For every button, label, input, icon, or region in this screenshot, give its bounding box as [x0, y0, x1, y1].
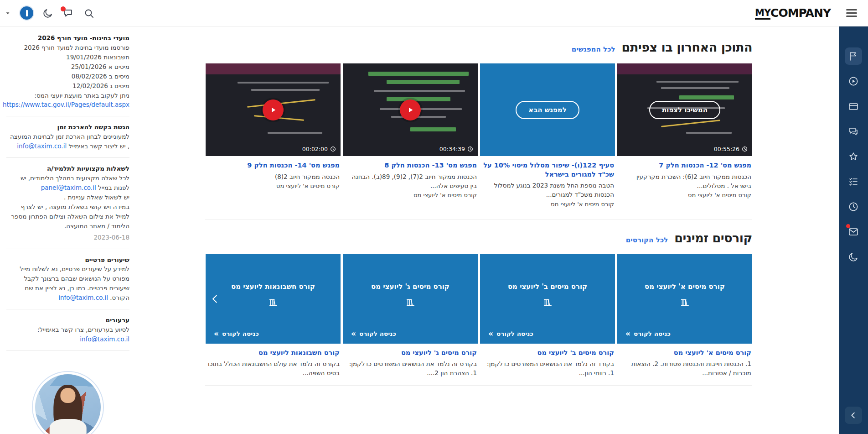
chevron-left-icon	[848, 410, 858, 420]
tasks-nav-button[interactable]	[845, 173, 862, 190]
comments-icon	[848, 126, 859, 137]
course-card[interactable]: קורס מיסים ג' ליועצי מס « כניסה לקורס	[343, 254, 478, 344]
course-card-title: קורס מיסים ב' ליועצי מס	[508, 282, 587, 291]
session-title-link[interactable]: סעיף 122(ו)- שיפור מסלול מיסוי 10% על שכ…	[481, 161, 614, 179]
play-button[interactable]	[400, 99, 421, 120]
menu-button[interactable]	[844, 7, 859, 19]
discussions-nav-button[interactable]	[845, 123, 862, 140]
next-session-button[interactable]: למפגש הבא	[516, 101, 579, 119]
clock-icon	[330, 146, 336, 152]
mail-icon	[848, 226, 859, 237]
main-content: התוכן האחרון בו צפיתם לכל המפגשים	[138, 26, 839, 434]
sidebar-collapse-button[interactable]	[845, 407, 862, 424]
chevrons-left-icon: «	[488, 330, 493, 338]
announcement-title: שיעורים פרטיים	[6, 255, 129, 265]
all-sessions-link[interactable]: לכל המפגשים	[572, 45, 615, 53]
session-course-name: קורס מיסים א' ליועצי מס	[618, 192, 751, 199]
announcement-exam-dates: מועדי בחינות- מועד חורף 2026 פורסמו מועד…	[6, 27, 129, 116]
email-link[interactable]: info@taxim.co.il	[17, 142, 67, 150]
course-title-link[interactable]: קורס מיסים א' ליועצי מס	[618, 349, 751, 358]
chat-button[interactable]	[62, 8, 74, 19]
avatar	[20, 6, 33, 20]
moon-icon	[848, 251, 859, 262]
recordings-nav-button[interactable]	[845, 73, 862, 90]
course-description: בקורס זה נלמד את עולם החשבונאות הכולל בת…	[207, 359, 340, 378]
clock-icon	[848, 201, 859, 212]
enter-course-link[interactable]: « כניסה לקורס	[351, 330, 396, 338]
email-link[interactable]: panel@taxim.co.il	[41, 184, 96, 191]
continue-watching-button[interactable]: המשיכו לצפות	[649, 101, 720, 119]
inbox-nav-button[interactable]	[845, 223, 862, 241]
session-title-link[interactable]: מפגש מס' 12- הכנסות חלק 7	[618, 161, 751, 170]
play-circle-icon	[848, 76, 859, 87]
course-card-column: קורס מיסים א' ליועצי מס « כניסה לקורס קו…	[617, 254, 752, 378]
favorites-nav-button[interactable]	[845, 148, 862, 165]
chevrons-left-icon: «	[214, 330, 219, 338]
dark-mode-button[interactable]	[42, 8, 53, 19]
flag-nav-button[interactable]	[845, 47, 862, 65]
section-title-courses: קורסים זמינים	[674, 231, 752, 245]
course-description: 1. הכנסות חייבות והכנסות פטורות. 2. הוצא…	[618, 359, 751, 378]
course-card[interactable]: קורס מיסים א' ליועצי מס « כניסה לקורס	[617, 254, 752, 344]
search-button[interactable]	[83, 8, 94, 19]
notification-dot	[846, 224, 850, 228]
history-nav-button[interactable]	[845, 198, 862, 215]
profile-avatar-button[interactable]	[20, 6, 33, 20]
library-icon	[680, 297, 690, 307]
course-title-link[interactable]: קורס מיסים ב' ליועצי מס	[481, 349, 614, 358]
video-thumbnail[interactable]: המשיכו לצפות 00:55:26	[617, 63, 752, 156]
session-description: הכנסה ממקור חיוב 2(8)	[207, 172, 340, 181]
library-icon	[542, 297, 553, 307]
payments-nav-button[interactable]	[845, 98, 862, 115]
session-description: הכנסות ממקור חיוב 2(6): השכרת מקרקעין בי…	[618, 172, 751, 191]
video-thumbnail[interactable]: 00:02:00	[206, 63, 341, 156]
task-list-icon	[848, 176, 859, 187]
email-link[interactable]: info@taxim.co.il	[80, 335, 129, 343]
carousel-prev-button[interactable]	[209, 293, 221, 305]
next-session-card: למפגש הבא סעיף 122(ו)- שיפור מסלול מיסוי…	[480, 63, 615, 208]
chevrons-left-icon: «	[351, 330, 356, 338]
course-card-title: קורס מיסים א' ליועצי מס	[645, 282, 725, 291]
course-card[interactable]: קורס חשבונאות ליועצי מס « כניסה לקורס	[206, 254, 341, 344]
course-description: בקורד זה נלמד את הנושאים המפורטים כדלקמן…	[481, 359, 614, 378]
video-duration: 00:55:26	[714, 146, 748, 152]
session-description: הכנסות ממקור חיוב 2(7), 2(9), 89(ב). הבח…	[344, 172, 477, 191]
avatar-ring	[32, 371, 104, 434]
next-session-tile[interactable]: למפגש הבא	[480, 63, 615, 156]
session-card: המשיכו לצפות 00:55:26 מפגש מס' 12- הכנסו…	[617, 63, 752, 199]
all-courses-link[interactable]: לכל הקורסים	[626, 236, 668, 244]
course-title-link[interactable]: קורס חשבונאות ליועצי מס	[207, 349, 340, 358]
dark-mode-nav-button[interactable]	[845, 248, 862, 266]
topbar-right-group: MYCOMPANY	[755, 6, 859, 20]
session-course-name: קורס מיסים א' ליועצי מס	[481, 201, 614, 208]
latest-watched-section: התוכן האחרון בו צפיתם לכל המפגשים	[205, 40, 752, 208]
announcement-time-extension: הגשת בקשה להארכת זמן למעוניינים לבחון הא…	[6, 116, 129, 158]
tac-website-link[interactable]: https://www.tac.gov.il/Pages/default.asp…	[6, 100, 129, 110]
enter-course-link[interactable]: « כניסה לקורס	[625, 330, 671, 338]
enter-course-link[interactable]: « כניסה לקורס	[214, 330, 259, 338]
announcement-title: לשאלות מקצועיות לתלמיד/ה	[6, 164, 129, 173]
section-divider	[205, 385, 752, 386]
play-icon	[406, 106, 414, 114]
announcement-title: הגשת בקשה להארכת זמן	[6, 122, 129, 132]
enter-course-link[interactable]: « כניסה לקורס	[488, 330, 533, 338]
avatar-art	[60, 388, 75, 403]
session-title-link[interactable]: מפגש מס' 14- הכנסות חלק 9	[207, 161, 340, 170]
course-card-column: קורס מיסים ג' ליועצי מס « כניסה לקורס קו…	[343, 254, 478, 378]
topbar-left-group	[9, 6, 94, 20]
company-logo[interactable]: MYCOMPANY	[755, 6, 831, 20]
caret-down-icon[interactable]	[5, 10, 11, 16]
video-thumbnail[interactable]: 00:34:39	[343, 63, 478, 156]
course-title-link[interactable]: קורס מיסים ג' ליועצי מס	[344, 349, 477, 358]
course-card-column: קורס מיסים ב' ליועצי מס « כניסה לקורס קו…	[480, 254, 615, 378]
star-icon	[848, 151, 859, 162]
session-title-link[interactable]: מפגש מס' 13- הכנסות חלק 8	[344, 161, 477, 170]
course-card-column: קורס חשבונאות ליועצי מס « כניסה לקורס	[206, 254, 341, 378]
email-link[interactable]: info@taxim.co.il	[58, 294, 108, 301]
session-card: 00:02:00 מפגש מס' 14- הכנסות חלק 9 הכנסה…	[206, 63, 341, 189]
moon-icon	[42, 8, 53, 19]
video-duration: 00:02:00	[302, 146, 336, 152]
play-button[interactable]	[263, 99, 284, 120]
session-course-name: קורס מיסים א' ליועצי מס	[207, 183, 340, 189]
course-card[interactable]: קורס מיסים ב' ליועצי מס « כניסה לקורס	[480, 254, 615, 344]
